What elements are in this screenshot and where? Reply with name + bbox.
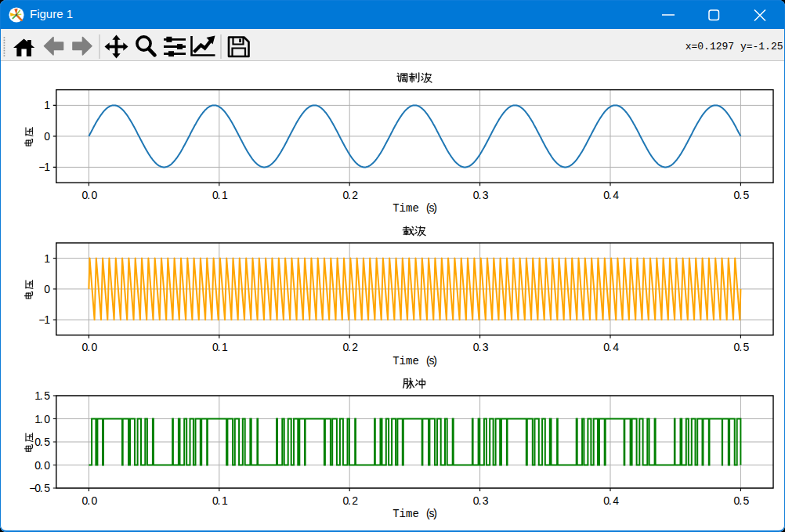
svg-text:0. 0: 0. 0 (82, 341, 98, 353)
svg-text:1. 5: 1. 5 (34, 389, 50, 402)
svg-text:0. 2: 0. 2 (342, 494, 358, 507)
svg-text:0. 2: 0. 2 (342, 341, 358, 353)
svg-text:0. 3: 0. 3 (473, 189, 489, 201)
svg-text:0. 3: 0. 3 (473, 494, 489, 507)
svg-text:0. 1: 0. 1 (212, 341, 228, 353)
svg-text:0. 5: 0. 5 (734, 189, 750, 201)
svg-text:0. 5: 0. 5 (34, 436, 50, 448)
svg-text:−1: −1 (38, 313, 50, 326)
svg-text:−0. 5: −0. 5 (29, 482, 50, 494)
svg-text:0. 5: 0. 5 (734, 341, 750, 353)
svg-text:0. 0: 0. 0 (82, 494, 98, 507)
svg-text:0. 4: 0. 4 (603, 494, 619, 507)
svg-text:Time: Time (392, 355, 419, 367)
svg-text:1. 0: 1. 0 (34, 413, 50, 425)
svg-text:0. 0: 0. 0 (34, 459, 50, 472)
svg-text:0. 2: 0. 2 (342, 189, 358, 201)
svg-text:0. 1: 0. 1 (212, 189, 228, 201)
svg-text:−1: −1 (38, 161, 50, 173)
svg-text:0. 4: 0. 4 (603, 341, 619, 353)
svg-text:Time: Time (392, 202, 419, 215)
svg-text:0. 4: 0. 4 (603, 189, 619, 201)
svg-text:0. 3: 0. 3 (473, 341, 489, 353)
svg-text:0. 5: 0. 5 (734, 494, 750, 507)
svg-text:0. 1: 0. 1 (212, 494, 228, 507)
svg-text:Time: Time (392, 508, 419, 520)
svg-text:0. 0: 0. 0 (82, 189, 98, 201)
svg-text:x=0.1297 y=-1.25: x=0.1297 y=-1.25 (686, 41, 783, 52)
